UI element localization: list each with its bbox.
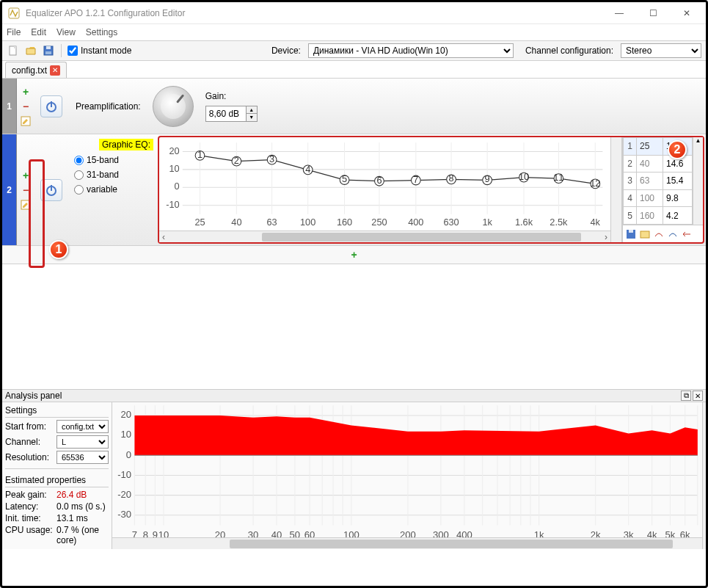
svg-text:20: 20 (121, 409, 132, 420)
resolution-select[interactable]: 65536 (56, 451, 109, 464)
svg-text:9: 9 (485, 173, 490, 184)
analysis-close-icon[interactable]: ✕ (693, 391, 703, 401)
filter-row-preamp: 1 + − Preamplification: Gain: ▲▼ (2, 79, 706, 134)
init-label: Init. time: (5, 513, 56, 523)
gain-spinner[interactable]: ▲▼ (247, 106, 258, 122)
svg-text:100: 100 (300, 217, 315, 228)
gain-knob[interactable] (153, 86, 194, 127)
device-label: Device: (271, 46, 301, 56)
svg-text:40: 40 (231, 217, 241, 228)
freq-table-vscroll[interactable]: ▲ (693, 137, 703, 225)
channel-config-label: Channel configuration: (525, 46, 613, 56)
tab-label: config.txt (12, 65, 47, 76)
menubar: File Edit View Settings (2, 24, 706, 40)
analysis-graph[interactable]: -30-20-100102078910203040506010020030040… (112, 402, 702, 549)
channel-config-select[interactable]: Stereo (621, 43, 701, 58)
eq-freq-panel: 12517.8 24014.6 36315.4 41009.8 51604.2 … (622, 137, 703, 242)
add-icon[interactable]: + (348, 249, 360, 261)
invert-icon[interactable] (653, 228, 665, 240)
device-select[interactable]: Динамики - VIA HD Audio(Win 10) (308, 43, 514, 58)
edit-icon[interactable] (20, 199, 32, 211)
remove-icon[interactable]: − (20, 101, 32, 112)
analysis-graph-wrap: -30-20-100102078910203040506010020030040… (112, 402, 708, 549)
row-index[interactable]: 1 (2, 79, 17, 134)
svg-text:630: 630 (443, 217, 459, 228)
add-icon[interactable]: + (20, 170, 32, 181)
peak-label: Peak gain: (5, 490, 56, 500)
open-preset-icon[interactable] (639, 228, 651, 240)
svg-text:-10: -10 (117, 469, 131, 480)
row-index[interactable]: 2 (2, 134, 17, 245)
minimize-button[interactable]: — (609, 5, 629, 21)
tab-config[interactable]: config.txt ✕ (5, 62, 67, 78)
menu-edit[interactable]: Edit (31, 27, 46, 37)
latency-value: 0.0 ms (0 s.) (56, 501, 109, 512)
menu-settings[interactable]: Settings (86, 27, 117, 37)
svg-text:160: 160 (337, 217, 352, 228)
eq-hscroll[interactable]: ‹› (159, 231, 610, 242)
menu-view[interactable]: View (56, 27, 76, 37)
save-preset-icon[interactable] (625, 228, 637, 240)
radio-31band[interactable]: 31-band (74, 170, 153, 180)
svg-rect-69 (629, 230, 633, 233)
new-file-icon[interactable] (7, 44, 20, 57)
power-button[interactable] (40, 179, 62, 201)
eq-graph-panel: -10010202540631001602504006301k1.6k2.5k4… (158, 136, 704, 244)
svg-text:4: 4 (305, 164, 310, 175)
estimated-title: Estimated properties (5, 473, 109, 487)
svg-text:11: 11 (553, 172, 563, 183)
svg-rect-5 (45, 51, 51, 54)
graphic-eq-label: Graphic EQ: (99, 139, 153, 150)
svg-rect-2 (14, 46, 16, 48)
cpu-value: 0.7 % (one core) (56, 525, 109, 545)
analysis-settings: Settings Start from:config.txt Channel:L… (2, 402, 112, 549)
peak-value: 26.4 dB (56, 490, 109, 500)
analysis-dock-icon[interactable]: ⧉ (681, 391, 691, 401)
eq-graph[interactable]: -10010202540631001602504006301k1.6k2.5k4… (159, 137, 610, 231)
gain-input[interactable] (205, 106, 247, 122)
radio-variable[interactable]: variable (74, 184, 153, 195)
save-file-icon[interactable] (42, 44, 55, 57)
svg-text:5: 5 (342, 173, 347, 184)
analysis-vscroll[interactable] (702, 402, 708, 549)
annotation-badge-2: 2 (668, 140, 687, 159)
reset-icon[interactable] (681, 228, 693, 240)
filter-row-graphic-eq: 2 + − Graphic EQ: 15-band 31-band variab… (2, 134, 706, 246)
tab-close-icon[interactable]: ✕ (50, 65, 60, 76)
titlebar: Equalizer APO 1.2.1 Configuration Editor… (2, 2, 706, 24)
empty-area (2, 264, 706, 389)
svg-text:0: 0 (126, 449, 131, 460)
remove-icon[interactable]: − (20, 184, 32, 196)
latency-label: Latency: (5, 501, 56, 512)
annotation-badge-1: 1 (49, 240, 68, 259)
instant-mode-checkbox[interactable]: Instant mode (67, 46, 131, 56)
svg-text:2: 2 (234, 155, 239, 166)
radio-15band[interactable]: 15-band (74, 155, 153, 165)
close-button[interactable]: ✕ (676, 5, 697, 21)
eq-vscroll[interactable] (610, 137, 622, 242)
app-icon (8, 7, 20, 19)
svg-text:10: 10 (121, 429, 132, 440)
svg-text:25: 25 (194, 217, 205, 228)
add-icon[interactable]: + (20, 86, 32, 98)
menu-file[interactable]: File (7, 27, 21, 37)
add-filter-row: + (2, 246, 706, 264)
row-tools: + − (17, 134, 34, 245)
svg-text:2.5k: 2.5k (550, 217, 568, 228)
normalize-icon[interactable] (667, 228, 679, 240)
svg-text:7: 7 (413, 174, 418, 185)
analysis-title: Analysis panel (5, 391, 62, 401)
start-from-label: Start from: (5, 421, 54, 432)
analysis-panel-header: Analysis panel ⧉ ✕ (2, 389, 706, 402)
analysis-hscroll[interactable] (112, 537, 702, 549)
svg-rect-4 (46, 46, 51, 49)
channel-select[interactable]: L (56, 435, 109, 449)
start-from-select[interactable]: config.txt (56, 420, 109, 433)
maximize-button[interactable]: ☐ (643, 5, 663, 21)
svg-text:0: 0 (174, 181, 179, 192)
open-file-icon[interactable] (24, 44, 37, 57)
edit-icon[interactable] (20, 115, 32, 127)
svg-text:8: 8 (449, 173, 454, 184)
power-button[interactable] (40, 95, 62, 117)
filter-area: 1 + − Preamplification: Gain: ▲▼ 2 + − (2, 79, 706, 264)
